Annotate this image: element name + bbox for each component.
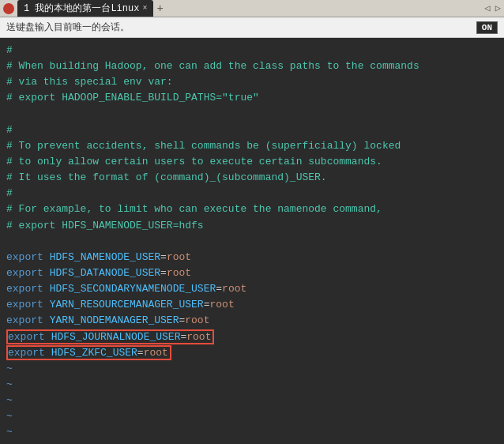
terminal-line: ~ [6,408,498,424]
input-hint-text: 送键盘输入目前唯一的会话。 [6,21,130,34]
terminal-line: ~ [6,424,498,440]
nav-arrows: ◁ ▷ [485,2,501,14]
terminal-line: export HDFS_JOURNALNODE_USER=root [6,329,498,345]
terminal-line: # [6,122,498,138]
terminal-line: # It uses the format of (command)_(subco… [6,170,498,186]
terminal-line: export HDFS_SECONDARYNAMENODE_USER=root [6,281,498,297]
terminal-line: # For example, to limit who can execute … [6,201,498,217]
terminal-line: # export HADOOP_ENABLE_BUILD_PATHS="true… [6,90,498,106]
tab-label: 1 我的本地的第一台Linux [24,2,139,15]
terminal-line: # to only allow certain users to execute… [6,154,498,170]
active-tab[interactable]: 1 我的本地的第一台Linux × [17,0,153,17]
terminal-line [6,107,498,122]
new-tab-button[interactable]: + [156,2,163,15]
terminal-line: export YARN_RESOURCEMANAGER_USER=root [6,297,498,313]
terminal-line: export HDFS_ZKFC_USER=root [6,345,498,361]
terminal-line: # To prevent accidents, shell commands b… [6,138,498,154]
terminal-line: # [6,43,498,58]
terminal-line: ~ [6,361,498,377]
nav-left-arrow[interactable]: ◁ [485,2,491,14]
terminal-line: export HDFS_NAMENODE_USER=root [6,250,498,265]
terminal-line: # [6,186,498,201]
tab-close-button[interactable]: × [142,4,147,13]
nav-right-arrow[interactable]: ▷ [495,2,501,14]
titlebar: 1 我的本地的第一台Linux × + ◁ ▷ [0,0,504,17]
window-icon [3,3,14,14]
terminal-line: # via this special env var: [6,74,498,90]
terminal-line [6,234,498,250]
terminal-line: ~ [6,441,498,444]
terminal-line: # export HDFS_NAMENODE_USER=hdfs [6,218,498,234]
terminal-line: # When building Hadoop, one can add the … [6,58,498,74]
on-badge[interactable]: ON [476,21,498,34]
terminal-line: export YARN_NODEMANAGER_USER=root [6,313,498,329]
terminal-line: ~ [6,393,498,408]
terminal-line: export HDFS_DATANODE_USER=root [6,265,498,281]
terminal-line: ~ [6,377,498,393]
input-bar: 送键盘输入目前唯一的会话。 ON [0,17,504,38]
terminal-area[interactable]: ## When building Hadoop, one can add the… [0,38,504,444]
